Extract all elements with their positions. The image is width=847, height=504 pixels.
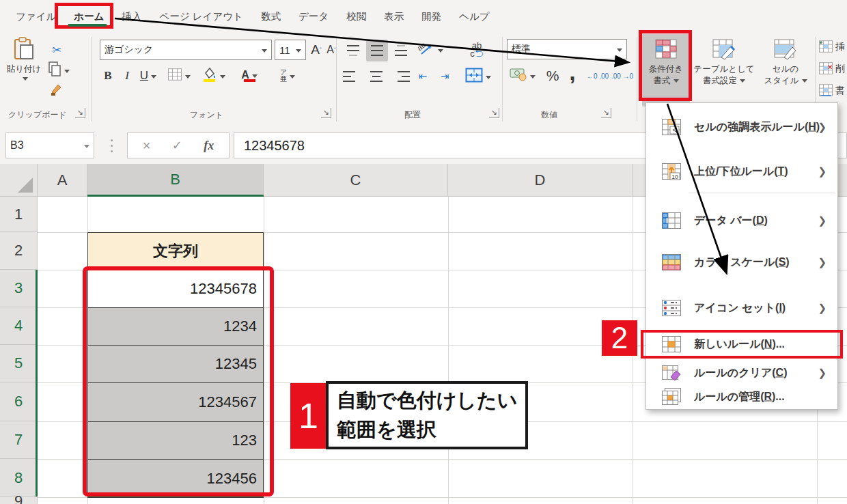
font-color-button[interactable]: A — [234, 66, 265, 86]
column-header-A[interactable]: A — [38, 164, 87, 197]
phonetic-guide-button[interactable]: ア 亜 — [272, 66, 303, 86]
insert-cells-button[interactable]: 挿 — [818, 38, 847, 56]
formula-bar-divider[interactable] — [111, 145, 113, 147]
menu-item-データ バー[interactable]: データ バー(D)❯ — [648, 207, 835, 234]
row-header-3[interactable]: 3 — [0, 270, 38, 307]
fill-caret-icon — [220, 75, 225, 81]
font-size-dropdown[interactable]: 11 — [275, 40, 306, 60]
number-dialog-launcher[interactable]: ↘ — [601, 108, 611, 118]
menu-item-label: ルールのクリア(C) — [694, 366, 787, 380]
menu-item-ルールのクリア[interactable]: ルールのクリア(C)❯ — [648, 359, 835, 387]
italic-label: I — [125, 69, 129, 83]
bold-button[interactable]: B — [100, 66, 116, 86]
tab-校閲[interactable]: 校閲 — [337, 0, 375, 33]
format-as-table-label2: 書式設定 — [703, 75, 745, 87]
align-left-button[interactable] — [343, 67, 363, 86]
decrease-decimal-button[interactable]: .00 →0 — [611, 66, 634, 86]
fill-color-button[interactable] — [198, 66, 230, 86]
percent-label: % — [546, 68, 559, 84]
align-middle-button[interactable] — [366, 40, 388, 61]
wrap-text-arrow: c⮌ — [470, 50, 484, 58]
name-box[interactable]: B3 — [5, 132, 94, 158]
svg-text:10: 10 — [671, 173, 678, 180]
column-header-B[interactable]: B — [87, 164, 264, 197]
tab-データ[interactable]: データ — [290, 0, 337, 33]
manage-rules-icon — [661, 387, 682, 406]
select-all-corner[interactable] — [0, 164, 38, 197]
underline-button[interactable]: U — [137, 66, 160, 86]
align-right-button[interactable] — [389, 67, 410, 86]
orientation-button[interactable]: ab — [414, 40, 447, 60]
bold-label: B — [104, 69, 111, 83]
percent-style-button[interactable]: % — [542, 66, 563, 86]
tab-開発[interactable]: 開発 — [413, 0, 450, 33]
conditional-formatting-menu: <セルの強調表示ルール(H)❯10上位/下位ルール(T)❯データ バー(D)❯カ… — [645, 102, 838, 410]
format-painter-button[interactable] — [44, 82, 70, 100]
accounting-format-button[interactable] — [507, 66, 538, 86]
ribbon-tab-bar: ファイルホーム挿入ページ レイアウト数式データ校閲表示開発ヘルプ — [0, 0, 847, 33]
copy-button[interactable] — [44, 61, 74, 79]
number-format-dropdown[interactable]: 標準 — [507, 39, 627, 59]
merge-caret-icon — [486, 76, 491, 82]
format-as-table-button[interactable]: テーブルとして 書式設定 — [691, 34, 757, 107]
orientation-icon: ab — [417, 40, 435, 59]
menu-item-label: 上位/下位ルール(T) — [694, 165, 788, 179]
italic-button[interactable]: I — [119, 66, 135, 86]
menu-item-カラー スケール[interactable]: カラー スケール(S)❯ — [648, 249, 835, 276]
tab-表示[interactable]: 表示 — [375, 0, 413, 33]
selected-range-highlight-box — [83, 266, 274, 496]
format-as-table-label1: テーブルとして — [693, 64, 754, 75]
row-header-9[interactable]: 9 — [0, 497, 38, 504]
comma-label: , — [569, 59, 575, 85]
alignment-group-label: 配置 — [404, 109, 421, 121]
row-header-2[interactable]: 2 — [0, 232, 38, 270]
row-header-1[interactable]: 1 — [0, 197, 38, 232]
tab-ヘルプ[interactable]: ヘルプ — [450, 0, 499, 33]
cut-button[interactable]: ✂ — [44, 41, 70, 59]
row-header-7[interactable]: 7 — [0, 421, 38, 459]
delete-cells-button[interactable]: 削 — [818, 60, 847, 78]
enter-icon[interactable]: ✓ — [172, 138, 182, 153]
row-header-4[interactable]: 4 — [0, 307, 38, 345]
increase-indent-button[interactable]: ⇥ — [434, 67, 455, 86]
tab-挿入[interactable]: 挿入 — [113, 0, 151, 33]
step-1-note-line2: 範囲を選択 — [337, 415, 517, 445]
wrap-text-button[interactable]: ab c⮌ — [462, 38, 492, 61]
cancel-icon[interactable]: × — [143, 138, 151, 154]
clipboard-dialog-launcher[interactable]: ↘ — [75, 108, 85, 118]
row-header-6[interactable]: 6 — [0, 382, 38, 421]
comma-style-button[interactable]: , — [564, 60, 581, 83]
paste-button[interactable]: 貼り付け — [5, 37, 42, 112]
cell-B2[interactable]: 文字列 — [87, 232, 264, 270]
format-cells-button[interactable]: 書 — [818, 82, 847, 100]
decrease-font-size-button[interactable]: Aˇ — [324, 40, 339, 60]
row-header-5[interactable]: 5 — [0, 345, 38, 382]
align-top-button[interactable] — [343, 41, 363, 60]
top-bottom-rules-icon: 10 — [661, 162, 682, 181]
menu-item-label: セルの強調表示ルール(H) — [694, 120, 820, 135]
column-header-C[interactable]: C — [264, 164, 448, 197]
decrease-indent-button[interactable]: ⇤ — [413, 67, 433, 86]
column-header-D[interactable]: D — [448, 164, 633, 197]
tab-数式[interactable]: 数式 — [252, 0, 290, 33]
cell-styles-button[interactable]: セルの スタイル — [758, 34, 813, 107]
insert-function-icon[interactable]: fx — [204, 139, 214, 153]
align-center-button[interactable] — [366, 67, 387, 86]
increase-font-size-button[interactable]: Aˆ — [309, 40, 324, 60]
borders-button[interactable] — [164, 66, 194, 86]
alignment-dialog-launcher[interactable]: ↘ — [489, 108, 499, 118]
font-name-dropdown[interactable]: 游ゴシック — [100, 40, 272, 60]
increase-decimal-button[interactable]: ←0 .00 — [586, 66, 609, 86]
merge-center-button[interactable] — [462, 67, 495, 86]
number-format-value: 標準 — [512, 43, 614, 55]
menu-item-ルールの管理[interactable]: ルールの管理(R)... — [648, 383, 835, 410]
tab-ページ レイアウト[interactable]: ページ レイアウト — [151, 0, 252, 33]
menu-item-セルの強調表示ルール[interactable]: <セルの強調表示ルール(H)❯ — [648, 113, 835, 141]
phonetic-bottom: 亜 — [280, 76, 287, 83]
font-dialog-launcher[interactable]: ↘ — [321, 108, 331, 118]
paste-caret-icon — [23, 77, 28, 83]
menu-item-アイコン セット[interactable]: アイコン セット(I)❯ — [648, 294, 835, 322]
align-bottom-button[interactable] — [391, 41, 411, 60]
menu-item-label: アイコン セット(I) — [694, 301, 786, 316]
menu-item-上位/下位ルール[interactable]: 10上位/下位ルール(T)❯ — [648, 158, 835, 185]
